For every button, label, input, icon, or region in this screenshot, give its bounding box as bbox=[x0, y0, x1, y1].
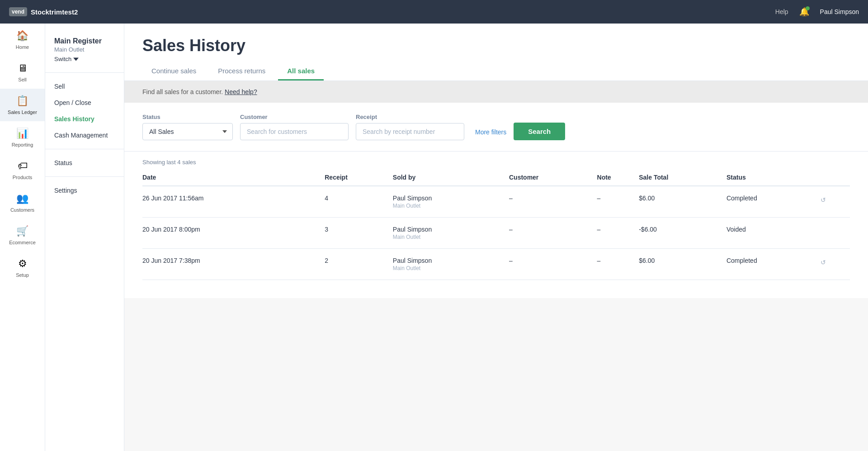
customers-label: Customers bbox=[10, 207, 34, 213]
col-actions bbox=[818, 169, 850, 186]
switch-label: Switch bbox=[54, 56, 71, 62]
home-label: Home bbox=[16, 44, 29, 50]
sidebar-item-home[interactable]: 🏠 Home bbox=[0, 24, 45, 56]
status-label: Status bbox=[142, 114, 233, 120]
sidebar: Main Register Main Outlet Switch Sell Op… bbox=[45, 24, 124, 451]
switch-button[interactable]: Switch bbox=[54, 56, 115, 62]
store-name: Stocktrimtest2 bbox=[31, 8, 78, 16]
content-area: Sales History Continue sales Process ret… bbox=[124, 24, 868, 451]
register-name: Main Register bbox=[54, 37, 115, 45]
need-help-link[interactable]: Need help? bbox=[225, 88, 257, 95]
sales-ledger-icon: 📋 bbox=[16, 95, 28, 107]
status-filter-group: Status All Sales Completed Voided On Acc… bbox=[142, 114, 233, 140]
sidebar-link-settings[interactable]: Settings bbox=[45, 182, 124, 199]
cell-note: – bbox=[597, 218, 639, 249]
customer-label: Customer bbox=[240, 114, 349, 120]
sidebar-item-customers[interactable]: 👥 Customers bbox=[0, 186, 45, 219]
cell-customer: – bbox=[509, 186, 597, 218]
sidebar-item-products[interactable]: 🏷 Products bbox=[0, 154, 45, 186]
sidebar-item-sell[interactable]: 🖥 Sell bbox=[0, 56, 45, 89]
cell-action: ↺ bbox=[818, 186, 850, 218]
filter-banner-text: Find all sales for a customer. bbox=[142, 88, 223, 95]
receipt-label: Receipt bbox=[356, 114, 464, 120]
tabs: Continue sales Process returns All sales bbox=[142, 62, 850, 81]
reporting-label: Reporting bbox=[12, 142, 33, 147]
sidebar-link-sell[interactable]: Sell bbox=[45, 78, 124, 95]
receipt-search-input[interactable] bbox=[356, 123, 464, 140]
sold-by-name: Paul Simpson bbox=[393, 257, 509, 264]
results-count: Showing last 4 sales bbox=[142, 152, 850, 169]
ecommerce-label: Ecommerce bbox=[9, 240, 36, 245]
cell-note: – bbox=[597, 249, 639, 280]
vend-logo-icon: vend bbox=[9, 7, 27, 16]
results-section: Showing last 4 sales Date Receipt Sold b… bbox=[124, 152, 868, 298]
products-label: Products bbox=[13, 175, 32, 180]
tab-all-sales[interactable]: All sales bbox=[278, 62, 324, 81]
filters-section: Status All Sales Completed Voided On Acc… bbox=[124, 103, 868, 152]
sell-icon: 🖥 bbox=[18, 62, 28, 74]
ecommerce-icon: 🛒 bbox=[16, 225, 28, 237]
reporting-icon: 📊 bbox=[16, 128, 28, 139]
col-sale-total: Sale Total bbox=[639, 169, 726, 186]
products-icon: 🏷 bbox=[18, 160, 28, 172]
sidebar-item-sales-ledger[interactable]: 📋 Sales Ledger bbox=[0, 89, 45, 121]
chevron-down-icon bbox=[73, 57, 79, 62]
sidebar-divider-1 bbox=[45, 72, 124, 73]
cell-note: – bbox=[597, 186, 639, 218]
filter-banner: Find all sales for a customer. Need help… bbox=[124, 81, 868, 103]
sidebar-register-section: Main Register Main Outlet Switch bbox=[45, 33, 124, 67]
table-row[interactable]: 20 Jun 2017 7:38pm 2 Paul Simpson Main O… bbox=[142, 249, 850, 280]
sidebar-item-reporting[interactable]: 📊 Reporting bbox=[0, 121, 45, 154]
customer-filter-group: Customer bbox=[240, 114, 349, 140]
outlet-name: Main Outlet bbox=[54, 46, 115, 53]
sidebar-divider-3 bbox=[45, 176, 124, 177]
customers-icon: 👥 bbox=[16, 193, 28, 204]
setup-icon: ⚙ bbox=[18, 258, 27, 270]
status-select[interactable]: All Sales Completed Voided On Account La… bbox=[142, 123, 233, 140]
sidebar-link-open-close[interactable]: Open / Close bbox=[45, 95, 124, 111]
help-link[interactable]: Help bbox=[775, 8, 788, 15]
cell-date: 26 Jun 2017 11:56am bbox=[142, 186, 325, 218]
home-icon: 🏠 bbox=[16, 30, 28, 42]
cell-customer: – bbox=[509, 249, 597, 280]
topbar-right: Help 🔔 Paul Simpson bbox=[775, 7, 859, 17]
col-note: Note bbox=[597, 169, 639, 186]
cell-status: Voided bbox=[726, 218, 818, 249]
cell-date: 20 Jun 2017 8:00pm bbox=[142, 218, 325, 249]
refresh-icon[interactable]: ↺ bbox=[818, 195, 829, 205]
refresh-icon[interactable]: ↺ bbox=[818, 257, 829, 268]
table-row[interactable]: 20 Jun 2017 8:00pm 3 Paul Simpson Main O… bbox=[142, 218, 850, 249]
tab-continue-sales[interactable]: Continue sales bbox=[142, 62, 205, 81]
page-header: Sales History Continue sales Process ret… bbox=[124, 24, 868, 81]
cell-action: ↺ bbox=[818, 249, 850, 280]
table-row[interactable]: 26 Jun 2017 11:56am 4 Paul Simpson Main … bbox=[142, 186, 850, 218]
notification-dot bbox=[806, 6, 810, 10]
notifications-bell[interactable]: 🔔 bbox=[799, 7, 809, 17]
sidebar-link-cash-management[interactable]: Cash Management bbox=[45, 127, 124, 143]
col-sold-by: Sold by bbox=[393, 169, 509, 186]
sidebar-link-status[interactable]: Status bbox=[45, 155, 124, 171]
more-filters-link[interactable]: More filters bbox=[475, 124, 506, 140]
cell-receipt: 4 bbox=[325, 186, 393, 218]
cell-sold-by: Paul Simpson Main Outlet bbox=[393, 186, 509, 218]
sidebar-link-sales-history[interactable]: Sales History bbox=[45, 111, 124, 127]
tab-process-returns[interactable]: Process returns bbox=[209, 62, 274, 81]
page-title: Sales History bbox=[142, 36, 850, 55]
sidebar-item-setup[interactable]: ⚙ Setup bbox=[0, 252, 45, 284]
topbar: vend Stocktrimtest2 Help 🔔 Paul Simpson bbox=[0, 0, 868, 24]
col-customer: Customer bbox=[509, 169, 597, 186]
col-receipt: Receipt bbox=[325, 169, 393, 186]
cell-action bbox=[818, 218, 850, 249]
receipt-filter-group: Receipt bbox=[356, 114, 464, 140]
sidebar-divider-2 bbox=[45, 149, 124, 149]
sales-table: Date Receipt Sold by Customer Note Sale … bbox=[142, 169, 850, 280]
customer-search-input[interactable] bbox=[240, 123, 349, 140]
cell-sold-by: Paul Simpson Main Outlet bbox=[393, 249, 509, 280]
col-date: Date bbox=[142, 169, 325, 186]
user-menu[interactable]: Paul Simpson bbox=[820, 8, 859, 15]
cell-receipt: 3 bbox=[325, 218, 393, 249]
cell-date: 20 Jun 2017 7:38pm bbox=[142, 249, 325, 280]
col-status: Status bbox=[726, 169, 818, 186]
sidebar-item-ecommerce[interactable]: 🛒 Ecommerce bbox=[0, 219, 45, 252]
search-button[interactable]: Search bbox=[514, 123, 565, 140]
